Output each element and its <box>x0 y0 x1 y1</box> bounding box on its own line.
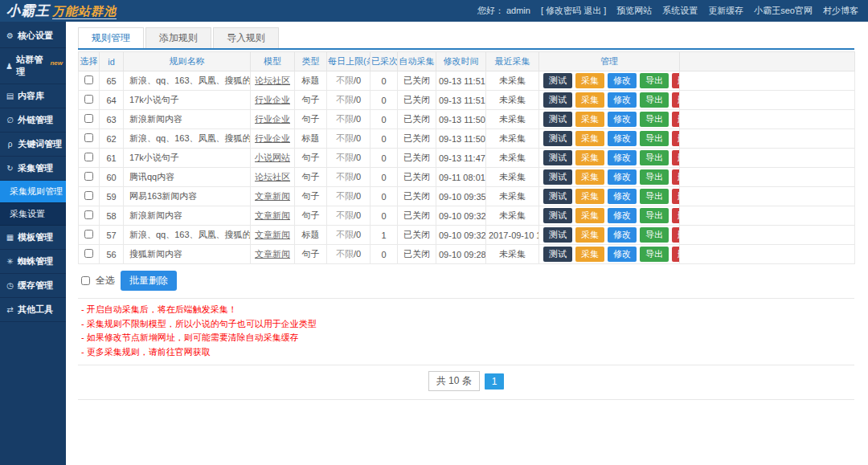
modified-time-cell: 09-10 09:35 <box>436 187 486 206</box>
edit-button[interactable]: 修改 <box>608 73 637 88</box>
header-link-seo-official-site[interactable]: 小霸王seo官网 <box>754 5 813 17</box>
test-button[interactable]: 测试 <box>543 169 572 185</box>
edit-button[interactable]: 修改 <box>608 247 637 262</box>
test-button[interactable]: 测试 <box>543 73 572 88</box>
export-button[interactable]: 导出 <box>640 112 669 127</box>
row-checkbox[interactable] <box>84 153 93 161</box>
header-link-preview-site[interactable]: 预览网站 <box>616 5 652 17</box>
export-button[interactable]: 导出 <box>640 73 669 88</box>
collect-button[interactable]: 采集 <box>575 208 604 223</box>
limit-label: 不限 <box>336 114 354 124</box>
delete-button[interactable]: 删除 <box>672 247 680 262</box>
header-link-refresh-cache[interactable]: 更新缓存 <box>708 5 743 17</box>
edit-button[interactable]: 修改 <box>608 131 637 146</box>
sidebar-item-collection[interactable]: ↻采集管理 <box>0 157 66 181</box>
sidebar-item-other-tools[interactable]: ⇄其他工具 <box>0 298 66 322</box>
edit-button[interactable]: 修改 <box>608 112 637 127</box>
export-button[interactable]: 导出 <box>640 247 669 262</box>
collect-button[interactable]: 采集 <box>575 92 604 108</box>
sidebar-item-external-links[interactable]: ∅外链管理 <box>0 108 66 133</box>
model-link[interactable]: 行业企业 <box>255 114 290 124</box>
test-button[interactable]: 测试 <box>543 92 572 108</box>
sidebar-subitem-collection-rules[interactable]: 采集规则管理 <box>0 181 66 203</box>
collect-button[interactable]: 采集 <box>575 169 604 185</box>
tab-import-rule[interactable]: 导入规则 <box>213 27 279 48</box>
username-link[interactable]: admin <box>506 6 530 15</box>
delete-button[interactable]: 删除 <box>672 131 680 146</box>
header-link-system-settings[interactable]: 系统设置 <box>662 5 698 17</box>
test-button[interactable]: 测试 <box>543 189 572 204</box>
edit-button[interactable]: 修改 <box>608 92 637 108</box>
delete-button[interactable]: 删除 <box>672 227 680 243</box>
bulk-delete-button[interactable]: 批量删除 <box>121 271 177 291</box>
edit-button[interactable]: 修改 <box>608 227 637 243</box>
export-button[interactable]: 导出 <box>640 208 669 223</box>
row-checkbox[interactable] <box>84 191 93 200</box>
export-button[interactable]: 导出 <box>640 92 669 108</box>
row-checkbox[interactable] <box>84 249 93 258</box>
export-button[interactable]: 导出 <box>640 169 669 185</box>
row-checkbox[interactable] <box>84 114 93 123</box>
row-checkbox[interactable] <box>84 133 93 142</box>
export-button[interactable]: 导出 <box>640 227 669 243</box>
delete-button[interactable]: 删除 <box>672 92 680 108</box>
row-checkbox[interactable] <box>84 95 93 104</box>
row-checkbox[interactable] <box>84 210 93 219</box>
test-button[interactable]: 测试 <box>543 112 572 127</box>
test-button[interactable]: 测试 <box>543 208 572 223</box>
edit-button[interactable]: 修改 <box>608 208 637 223</box>
model-link[interactable]: 行业企业 <box>255 95 290 104</box>
test-button[interactable]: 测试 <box>543 247 572 262</box>
collect-button[interactable]: 采集 <box>575 189 604 204</box>
collect-button[interactable]: 采集 <box>575 227 604 243</box>
row-checkbox[interactable] <box>84 230 93 239</box>
export-button[interactable]: 导出 <box>640 131 669 146</box>
sidebar-item-spider[interactable]: ✳蜘蛛管理 <box>0 250 66 274</box>
sidebar-subitem-collection-settings[interactable]: 采集设置 <box>0 203 66 226</box>
test-button[interactable]: 测试 <box>543 131 572 146</box>
sidebar-item-templates[interactable]: ▦模板管理 <box>0 226 66 250</box>
sidebar-item-content-library[interactable]: ▤内容库 <box>0 84 66 108</box>
model-link[interactable]: 论坛社区 <box>255 172 290 182</box>
tab-rule-management[interactable]: 规则管理 <box>78 27 144 48</box>
limit-label: 不限 <box>336 249 354 259</box>
sidebar-item-core-settings[interactable]: ⚙核心设置 <box>0 24 66 48</box>
sidebar-item-site-group[interactable]: ♟站群管理new <box>0 48 66 84</box>
sidebar-item-keywords[interactable]: ρ关键词管理 <box>0 133 66 157</box>
collect-button[interactable]: 采集 <box>575 73 604 88</box>
sidebar-item-cache[interactable]: ◷缓存管理 <box>0 274 66 298</box>
model-link[interactable]: 小说网站 <box>255 153 290 162</box>
model-link[interactable]: 行业企业 <box>255 133 290 143</box>
page-1-button[interactable]: 1 <box>485 373 505 390</box>
user-icon: ♟ <box>6 62 13 71</box>
edit-button[interactable]: 修改 <box>608 169 637 185</box>
collect-button[interactable]: 采集 <box>575 150 604 165</box>
delete-button[interactable]: 删除 <box>672 189 680 204</box>
row-checkbox[interactable] <box>84 75 93 84</box>
model-link[interactable]: 文章新闻 <box>255 191 290 201</box>
edit-button[interactable]: 修改 <box>608 189 637 204</box>
tab-add-rule[interactable]: 添加规则 <box>145 27 211 48</box>
delete-button[interactable]: 删除 <box>672 112 680 127</box>
delete-button[interactable]: 删除 <box>672 73 680 88</box>
model-link[interactable]: 文章新闻 <box>255 230 290 239</box>
collect-button[interactable]: 采集 <box>575 247 604 262</box>
model-link[interactable]: 论坛社区 <box>255 75 290 85</box>
delete-button[interactable]: 删除 <box>672 150 680 165</box>
delete-button[interactable]: 删除 <box>672 208 680 223</box>
test-button[interactable]: 测试 <box>543 150 572 165</box>
select-all-checkbox[interactable] <box>81 276 90 285</box>
delete-button[interactable]: 删除 <box>672 169 680 185</box>
test-button[interactable]: 测试 <box>543 227 572 243</box>
change-password-link[interactable]: 修改密码 <box>546 6 581 15</box>
header-link-cunshao-blog[interactable]: 村少博客 <box>823 5 858 17</box>
collect-button[interactable]: 采集 <box>575 112 604 127</box>
collect-button[interactable]: 采集 <box>575 131 604 146</box>
row-checkbox[interactable] <box>84 172 93 181</box>
export-button[interactable]: 导出 <box>640 150 669 165</box>
export-button[interactable]: 导出 <box>640 189 669 204</box>
model-link[interactable]: 文章新闻 <box>255 210 290 220</box>
model-link[interactable]: 文章新闻 <box>255 249 290 259</box>
logout-link[interactable]: 退出 <box>583 6 601 15</box>
edit-button[interactable]: 修改 <box>608 150 637 165</box>
